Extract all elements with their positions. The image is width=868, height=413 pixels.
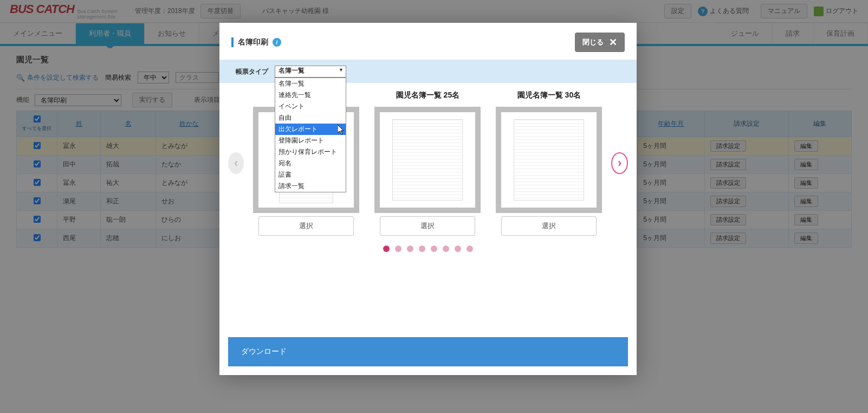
filter-label: 帳票タイプ xyxy=(236,67,268,76)
info-icon[interactable]: i xyxy=(273,38,281,47)
carousel-next-button[interactable]: › xyxy=(611,152,628,174)
carousel-dot[interactable] xyxy=(419,246,425,252)
modal-title: 名簿印刷 i xyxy=(231,37,281,47)
dropdown-option[interactable]: イベント xyxy=(275,101,346,112)
close-button[interactable]: 閉じる ✕ xyxy=(575,33,625,52)
dropdown-option[interactable]: 預かり保育レポート xyxy=(275,146,346,158)
print-modal: 名簿印刷 i 閉じる ✕ 帳票タイプ 名簿一覧 ▼ 名簿一覧連絡先一覧イベント自… xyxy=(219,23,637,375)
dropdown-option[interactable]: 請求一覧 xyxy=(275,180,346,192)
modal-body: 帳票タイプ 名簿一覧 ▼ 名簿一覧連絡先一覧イベント自由出欠レポート登降園レポー… xyxy=(219,60,637,337)
select-template-button[interactable]: 選択 xyxy=(501,216,597,236)
chevron-down-icon: ▼ xyxy=(339,67,344,73)
carousel-dot[interactable] xyxy=(395,246,401,252)
filter-row: 帳票タイプ 名簿一覧 ▼ 名簿一覧連絡先一覧イベント自由出欠レポート登降園レポー… xyxy=(219,60,637,83)
carousel-dots xyxy=(228,246,628,252)
carousel-prev-button[interactable]: ‹ xyxy=(228,152,244,174)
dropdown-option[interactable]: 自由 xyxy=(275,112,346,124)
template-card: 園児名簿一覧 30名選択 xyxy=(492,91,606,236)
carousel-dot[interactable] xyxy=(407,246,413,252)
carousel-dot[interactable] xyxy=(431,246,437,252)
dropdown-option[interactable]: 証書 xyxy=(275,169,346,180)
report-type-select[interactable]: 名簿一覧 ▼ xyxy=(275,66,346,78)
dropdown-option[interactable]: 連絡先一覧 xyxy=(275,89,346,101)
card-preview xyxy=(496,107,602,213)
carousel-dot[interactable] xyxy=(383,246,390,252)
download-button[interactable]: ダウンロード xyxy=(228,337,628,366)
select-template-button[interactable]: 選択 xyxy=(380,216,475,236)
chevron-right-icon: › xyxy=(618,156,621,170)
template-card: 園児名簿一覧 25名選択 xyxy=(371,91,484,236)
dropdown-option[interactable]: 出欠レポート xyxy=(275,124,346,135)
carousel-dot[interactable] xyxy=(467,246,473,252)
close-icon: ✕ xyxy=(609,36,617,48)
chevron-left-icon: ‹ xyxy=(234,156,238,170)
dropdown-option[interactable]: 登降園レポート xyxy=(275,135,346,146)
dropdown-option[interactable]: 名簿一覧 xyxy=(275,78,346,89)
card-preview xyxy=(374,107,481,213)
select-template-button[interactable]: 選択 xyxy=(258,216,354,236)
carousel-dot[interactable] xyxy=(455,246,461,252)
report-type-select-wrap: 名簿一覧 ▼ 名簿一覧連絡先一覧イベント自由出欠レポート登降園レポート預かり保育… xyxy=(275,66,346,78)
report-type-dropdown[interactable]: 名簿一覧連絡先一覧イベント自由出欠レポート登降園レポート預かり保育レポート宛名証… xyxy=(275,78,346,192)
carousel-dot[interactable] xyxy=(443,246,449,252)
dropdown-option[interactable]: 宛名 xyxy=(275,158,346,169)
card-title: 園児名簿一覧 30名 xyxy=(517,91,581,101)
card-title: 園児名簿一覧 25名 xyxy=(396,91,459,101)
modal-header: 名簿印刷 i 閉じる ✕ xyxy=(219,23,637,60)
